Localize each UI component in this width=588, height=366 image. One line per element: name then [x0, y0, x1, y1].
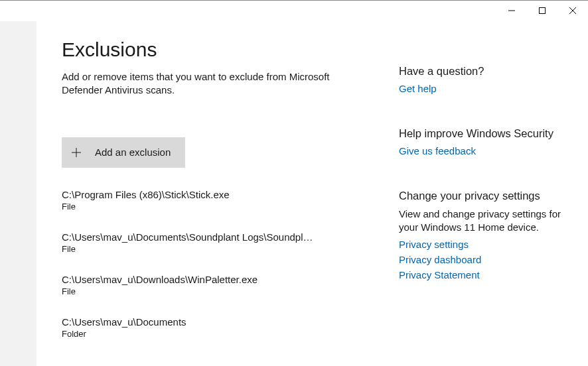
exclusion-type: File — [62, 286, 321, 296]
exclusion-type: File — [62, 244, 321, 254]
window-titlebar — [0, 0, 588, 21]
content-area: Exclusions Add or remove items that you … — [37, 21, 588, 366]
page-title: Exclusions — [62, 38, 380, 61]
page-description: Add or remove items that you want to exc… — [62, 70, 347, 97]
plus-icon — [71, 147, 82, 158]
exclusion-path: C:\Users\mav_u\Documents — [62, 316, 321, 328]
improve-block: Help improve Windows Security Give us fe… — [399, 127, 564, 156]
get-help-link[interactable]: Get help — [399, 83, 564, 94]
side-column: Have a question? Get help Help improve W… — [380, 38, 564, 366]
close-button[interactable] — [557, 1, 588, 21]
exclusion-type: Folder — [62, 329, 321, 339]
help-block: Have a question? Get help — [399, 65, 564, 94]
improve-heading: Help improve Windows Security — [399, 127, 564, 140]
exclusion-item[interactable]: C:\Users\mav_u\Documents\Soundplant Logs… — [62, 231, 321, 254]
nav-sidebar — [0, 21, 37, 366]
main-column: Exclusions Add or remove items that you … — [62, 38, 380, 366]
minimize-button[interactable] — [496, 1, 527, 21]
privacy-dashboard-link[interactable]: Privacy dashboard — [399, 254, 564, 265]
privacy-settings-link[interactable]: Privacy settings — [399, 239, 564, 250]
add-exclusion-label: Add an exclusion — [95, 147, 171, 158]
privacy-heading: Change your privacy settings — [399, 190, 564, 202]
exclusion-item[interactable]: C:\Program Files (x86)\Stick\Stick.exe F… — [62, 189, 321, 212]
privacy-description: View and change privacy settings for you… — [399, 208, 564, 235]
exclusion-path: C:\Program Files (x86)\Stick\Stick.exe — [62, 189, 321, 200]
exclusion-path: C:\Users\mav_u\Downloads\WinPaletter.exe — [62, 274, 321, 285]
help-heading: Have a question? — [399, 65, 564, 78]
exclusion-item[interactable]: C:\Users\mav_u\Documents Folder — [62, 316, 321, 339]
exclusion-path: C:\Users\mav_u\Documents\Soundplant Logs… — [62, 231, 321, 243]
exclusion-item[interactable]: C:\Users\mav_u\Downloads\WinPaletter.exe… — [62, 274, 321, 296]
privacy-block: Change your privacy settings View and ch… — [399, 190, 564, 280]
feedback-link[interactable]: Give us feedback — [399, 145, 564, 156]
svg-rect-1 — [540, 8, 546, 14]
add-exclusion-button[interactable]: Add an exclusion — [62, 137, 185, 168]
privacy-statement-link[interactable]: Privacy Statement — [399, 269, 564, 280]
maximize-button[interactable] — [527, 1, 557, 21]
exclusion-type: File — [62, 202, 321, 212]
